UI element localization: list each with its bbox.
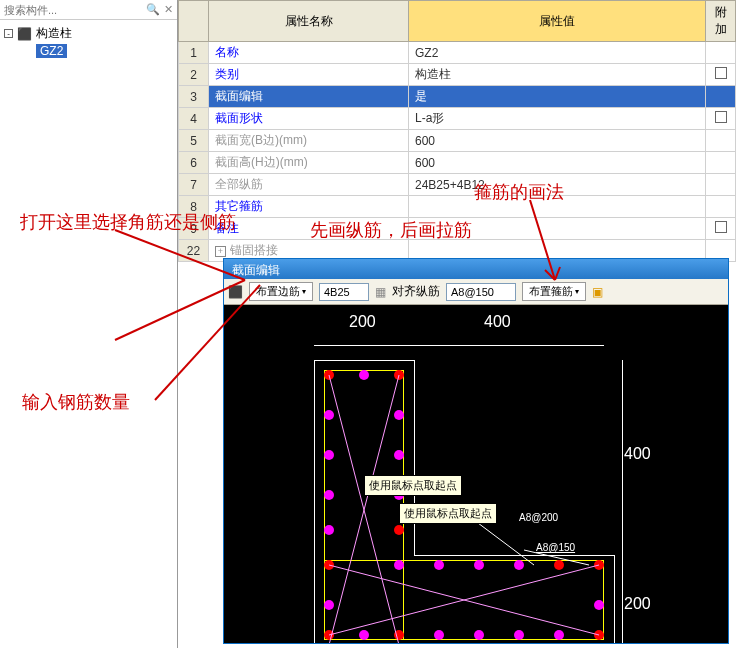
- align-rebar-label[interactable]: 对齐纵筋: [392, 283, 440, 300]
- btn3-label: 布置箍筋: [529, 284, 573, 299]
- search-icon[interactable]: 🔍: [146, 3, 160, 16]
- extra-cell: [706, 86, 736, 108]
- table-row[interactable]: 2类别构造柱: [179, 64, 736, 86]
- extra-cell: [706, 218, 736, 240]
- row-number: 8: [179, 196, 209, 218]
- property-value[interactable]: 600: [409, 152, 706, 174]
- checkbox[interactable]: [715, 111, 727, 123]
- table-row[interactable]: 4截面形状L-a形: [179, 108, 736, 130]
- svg-line-10: [474, 520, 534, 565]
- header-extra: 附加: [706, 1, 736, 42]
- property-name: 类别: [209, 64, 409, 86]
- property-name: 截面宽(B边)(mm): [209, 130, 409, 152]
- expand-icon[interactable]: +: [215, 246, 226, 257]
- layout-stirrup-button[interactable]: 布置箍筋 ▾: [522, 282, 586, 301]
- table-row[interactable]: 9备注: [179, 218, 736, 240]
- property-value[interactable]: 600: [409, 130, 706, 152]
- row-number: 6: [179, 152, 209, 174]
- extra-cell: [706, 42, 736, 64]
- extra-cell: [706, 64, 736, 86]
- row-number: 1: [179, 42, 209, 64]
- section-canvas[interactable]: 200 400 400 200: [224, 305, 728, 643]
- header-name: 属性名称: [209, 1, 409, 42]
- tooltip-1: 使用鼠标点取起点: [364, 475, 462, 496]
- section-title: 截面编辑: [224, 259, 728, 279]
- tree-view: - ⬛ 构造柱 GZ2: [0, 20, 177, 63]
- property-value[interactable]: 构造柱: [409, 64, 706, 86]
- table-row[interactable]: 5截面宽(B边)(mm)600: [179, 130, 736, 152]
- tree-node-child[interactable]: GZ2: [4, 43, 173, 59]
- tree-panel: 🔍 ✕ - ⬛ 构造柱 GZ2: [0, 0, 178, 648]
- collapse-icon[interactable]: -: [4, 29, 13, 38]
- property-value[interactable]: 是: [409, 86, 706, 108]
- extra-cell: [706, 174, 736, 196]
- dropdown-icon: ▾: [302, 287, 306, 296]
- table-row[interactable]: 7全部纵筋24B25+4B12: [179, 174, 736, 196]
- row-number: 7: [179, 174, 209, 196]
- property-name: 截面编辑: [209, 86, 409, 108]
- construction-lines: [224, 305, 728, 643]
- property-value[interactable]: [409, 218, 706, 240]
- table-row[interactable]: 1名称GZ2: [179, 42, 736, 64]
- dropdown-icon: ▾: [575, 287, 579, 296]
- row-number: 2: [179, 64, 209, 86]
- table-row[interactable]: 8其它箍筋: [179, 196, 736, 218]
- row-number: 5: [179, 130, 209, 152]
- property-value[interactable]: 24B25+4B12: [409, 174, 706, 196]
- stirrup-label-2: A8@150: [536, 542, 575, 553]
- property-table: 属性名称 属性值 附加 1名称GZ22类别构造柱3截面编辑是4截面形状L-a形5…: [178, 0, 736, 262]
- tree-label-selected: GZ2: [36, 44, 67, 58]
- property-name: 截面形状: [209, 108, 409, 130]
- checkbox[interactable]: [715, 221, 727, 233]
- property-name: 名称: [209, 42, 409, 64]
- section-toolbar: ⬛ 布置边筋 ▾ ▦ 对齐纵筋 布置箍筋 ▾ ▣: [224, 279, 728, 305]
- tooltip-2: 使用鼠标点取起点: [399, 503, 497, 524]
- property-value[interactable]: L-a形: [409, 108, 706, 130]
- toolbar-icon1[interactable]: ⬛: [228, 285, 243, 299]
- header-value: 属性值: [409, 1, 706, 42]
- column-icon: ⬛: [17, 27, 32, 41]
- row-number: 4: [179, 108, 209, 130]
- checkbox[interactable]: [715, 67, 727, 79]
- row-number: 22: [179, 240, 209, 262]
- property-name: 截面高(H边)(mm): [209, 152, 409, 174]
- extra-cell: [706, 152, 736, 174]
- property-value[interactable]: [409, 196, 706, 218]
- stirrup-label-1: A8@200: [519, 512, 558, 523]
- property-name: 其它箍筋: [209, 196, 409, 218]
- row-number: 9: [179, 218, 209, 240]
- extra-cell: [706, 196, 736, 218]
- table-header-row: 属性名称 属性值 附加: [179, 1, 736, 42]
- table-row[interactable]: 3截面编辑是: [179, 86, 736, 108]
- search-bar: 🔍 ✕: [0, 0, 177, 20]
- stirrup-spec-input[interactable]: [446, 283, 516, 301]
- clear-icon[interactable]: ✕: [164, 3, 173, 16]
- extra-cell: [706, 108, 736, 130]
- header-blank: [179, 1, 209, 42]
- tree-node-root[interactable]: - ⬛ 构造柱: [4, 24, 173, 43]
- rebar-count-input[interactable]: [319, 283, 369, 301]
- layout-rebar-button[interactable]: 布置边筋 ▾: [249, 282, 313, 301]
- property-value[interactable]: GZ2: [409, 42, 706, 64]
- section-editor-window: 截面编辑 ⬛ 布置边筋 ▾ ▦ 对齐纵筋 布置箍筋 ▾ ▣ 200 400 40…: [223, 258, 729, 644]
- toolbar-icon3[interactable]: ▣: [592, 285, 603, 299]
- search-input[interactable]: [4, 4, 104, 16]
- tree-label: 构造柱: [36, 25, 72, 42]
- property-name: 全部纵筋: [209, 174, 409, 196]
- table-row[interactable]: 6截面高(H边)(mm)600: [179, 152, 736, 174]
- extra-cell: [706, 130, 736, 152]
- row-number: 3: [179, 86, 209, 108]
- property-name: 备注: [209, 218, 409, 240]
- btn1-label: 布置边筋: [256, 284, 300, 299]
- toolbar-icon2[interactable]: ▦: [375, 285, 386, 299]
